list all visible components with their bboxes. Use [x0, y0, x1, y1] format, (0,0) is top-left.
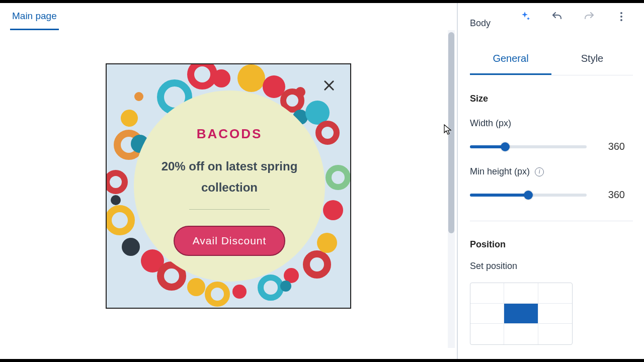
- more-icon[interactable]: [614, 9, 629, 24]
- width-slider[interactable]: [470, 145, 587, 148]
- sparkle-icon[interactable]: [517, 9, 532, 24]
- canvas[interactable]: BACODS 20% off on latest spring collecti…: [0, 3, 457, 359]
- tab-main-page[interactable]: Main page: [10, 11, 59, 30]
- width-value[interactable]: 360: [601, 141, 625, 152]
- redo-icon[interactable]: [582, 9, 597, 24]
- svg-point-1: [620, 16, 622, 18]
- min-height-slider-thumb[interactable]: [524, 191, 533, 200]
- width-slider-thumb[interactable]: [501, 142, 510, 151]
- min-height-slider[interactable]: [470, 194, 587, 197]
- info-icon[interactable]: i: [535, 167, 544, 176]
- popup-headline: 20% off on latest spring collection: [154, 156, 305, 198]
- canvas-scrollbar[interactable]: [448, 30, 455, 348]
- popup-content-circle: BACODS 20% off on latest spring collecti…: [134, 90, 325, 282]
- pos-bot-left[interactable]: [470, 324, 504, 344]
- pos-top-right[interactable]: [538, 283, 572, 304]
- label-width: Width (px): [470, 118, 633, 129]
- pos-mid-left[interactable]: [470, 304, 504, 324]
- properties-panel: Body General Style Size Width (px) 360 M…: [457, 3, 644, 359]
- pos-bot-center[interactable]: [504, 324, 538, 344]
- pos-bot-right[interactable]: [538, 324, 572, 344]
- tab-style[interactable]: Style: [551, 46, 633, 75]
- undo-icon[interactable]: [549, 9, 565, 24]
- popup-divider: [189, 209, 270, 210]
- svg-point-0: [620, 12, 622, 14]
- pos-mid-center[interactable]: [504, 304, 538, 324]
- tab-general[interactable]: General: [470, 46, 551, 75]
- avail-discount-button[interactable]: Avail Discount: [174, 226, 286, 256]
- section-position: Position: [470, 239, 633, 250]
- svg-point-2: [620, 19, 622, 21]
- scrollbar-thumb[interactable]: [448, 32, 454, 233]
- label-set-position: Set position: [470, 261, 633, 272]
- position-grid[interactable]: [470, 283, 573, 345]
- pos-top-center[interactable]: [504, 283, 538, 304]
- min-height-value[interactable]: 360: [601, 189, 625, 201]
- pos-top-left[interactable]: [470, 283, 504, 304]
- popup-brand: BACODS: [197, 126, 263, 142]
- section-size: Size: [470, 94, 633, 104]
- label-min-height: Min height (px) i: [470, 166, 633, 177]
- pos-mid-right[interactable]: [538, 304, 572, 324]
- popup-card[interactable]: BACODS 20% off on latest spring collecti…: [106, 63, 351, 309]
- close-icon[interactable]: [322, 78, 336, 93]
